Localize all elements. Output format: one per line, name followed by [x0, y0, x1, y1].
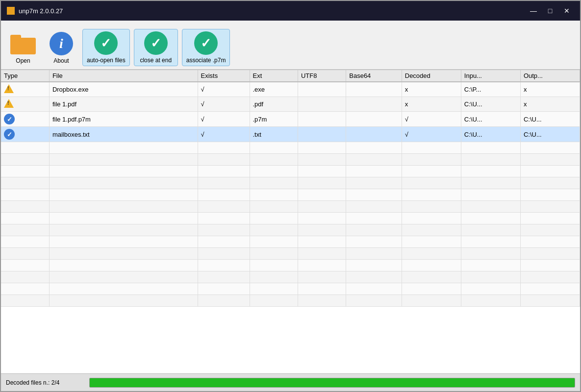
cell-file: file 1.pdf: [49, 97, 198, 112]
cell-exists: √: [198, 127, 250, 142]
table-row[interactable]: ✓file 1.pdf.p7m√.p7m√C:\U...C:\U...: [1, 112, 580, 127]
cell-base64: [346, 82, 402, 97]
info-icon: i: [50, 32, 73, 55]
cell-output: C:\U...: [520, 112, 580, 127]
toolbar: Open i About ✓ auto-open files ✓ close a…: [1, 21, 580, 70]
cell-type: !: [1, 97, 49, 112]
col-header-file: File: [49, 70, 198, 82]
cell-decoded: x: [402, 97, 461, 112]
auto-open-label: auto-open files: [87, 57, 126, 64]
auto-open-toggle[interactable]: ✓ auto-open files: [82, 29, 130, 66]
cell-type: ✓: [1, 112, 49, 127]
warning-icon: !: [4, 99, 14, 108]
open-label: Open: [16, 57, 30, 64]
cell-ext: .txt: [250, 127, 298, 142]
table-row-empty: [1, 224, 580, 236]
close-at-end-toggle[interactable]: ✓ close at end: [134, 29, 178, 66]
progress-bar-fill: [90, 378, 575, 387]
cell-file: file 1.pdf.p7m: [49, 112, 198, 127]
file-table-container[interactable]: Type File Exists Ext UTF8 Base64 Decoded…: [1, 70, 580, 373]
p7m-icon: ✓: [4, 129, 15, 140]
table-row-empty: [1, 295, 580, 307]
table-row-empty: [1, 248, 580, 260]
col-header-input: Inpu...: [461, 70, 520, 82]
statusbar: Decoded files n.: 2/4: [1, 373, 580, 391]
cell-output: x: [520, 82, 580, 97]
cell-base64: [346, 97, 402, 112]
table-row[interactable]: !Dropbox.exe√.exexC:\P...x: [1, 82, 580, 97]
table-row-empty: [1, 154, 580, 166]
col-header-utf8: UTF8: [298, 70, 346, 82]
cell-decoded: √: [402, 127, 461, 142]
cell-input: C:\U...: [461, 127, 520, 142]
table-row-empty: [1, 271, 580, 283]
cell-utf8: [298, 127, 346, 142]
cell-decoded: √: [402, 112, 461, 127]
associate-label: associate .p7m: [186, 57, 226, 64]
file-table: Type File Exists Ext UTF8 Base64 Decoded…: [1, 70, 580, 307]
cell-input: C:\P...: [461, 82, 520, 97]
open-button[interactable]: Open: [6, 32, 40, 66]
cell-ext: .pdf: [250, 97, 298, 112]
cell-utf8: [298, 82, 346, 97]
col-header-ext: Ext: [250, 70, 298, 82]
table-row-empty: [1, 189, 580, 201]
table-row-empty: [1, 142, 580, 154]
table-row[interactable]: ✓mailboxes.txt√.txt√C:\U...C:\U...: [1, 127, 580, 142]
app-icon: [7, 7, 15, 15]
col-header-type: Type: [1, 70, 49, 82]
titlebar-controls: — □ ✕: [526, 5, 574, 17]
progress-bar-container: [89, 378, 575, 388]
col-header-base64: Base64: [346, 70, 402, 82]
check-icon-auto-open: ✓: [94, 31, 118, 55]
cell-output: x: [520, 97, 580, 112]
window-title: unp7m 2.0.0.27: [19, 7, 63, 15]
table-row-empty: [1, 260, 580, 271]
cell-utf8: [298, 97, 346, 112]
cell-utf8: [298, 112, 346, 127]
cell-ext: .p7m: [250, 112, 298, 127]
folder-icon: [10, 34, 36, 55]
table-row-empty: [1, 177, 580, 189]
cell-output: C:\U...: [520, 127, 580, 142]
table-row-empty: [1, 201, 580, 213]
col-header-exists: Exists: [198, 70, 250, 82]
titlebar-left: unp7m 2.0.0.27: [7, 7, 63, 15]
table-row-empty: [1, 236, 580, 248]
cell-exists: √: [198, 97, 250, 112]
close-at-end-label: close at end: [140, 57, 172, 64]
cell-ext: .exe: [250, 82, 298, 97]
table-body: !Dropbox.exe√.exexC:\P...x!file 1.pdf√.p…: [1, 82, 580, 307]
table-row-empty: [1, 166, 580, 177]
cell-exists: √: [198, 112, 250, 127]
p7m-icon: ✓: [4, 114, 15, 124]
table-row[interactable]: !file 1.pdf√.pdfxC:\U...x: [1, 97, 580, 112]
about-label: About: [53, 57, 69, 64]
cell-type: ✓: [1, 127, 49, 142]
col-header-output: Outp...: [520, 70, 580, 82]
table-row-empty: [1, 213, 580, 224]
close-button[interactable]: ✕: [559, 5, 574, 17]
cell-base64: [346, 112, 402, 127]
check-icon-associate: ✓: [194, 31, 218, 55]
cell-file: Dropbox.exe: [49, 82, 198, 97]
cell-exists: √: [198, 82, 250, 97]
associate-toggle[interactable]: ✓ associate .p7m: [182, 29, 230, 66]
col-header-decoded: Decoded: [402, 70, 461, 82]
cell-type: !: [1, 82, 49, 97]
minimize-button[interactable]: —: [526, 5, 541, 17]
cell-base64: [346, 127, 402, 142]
cell-decoded: x: [402, 82, 461, 97]
maximize-button[interactable]: □: [543, 5, 557, 17]
titlebar: unp7m 2.0.0.27 — □ ✕: [1, 1, 580, 21]
table-row-empty: [1, 283, 580, 295]
table-header-row: Type File Exists Ext UTF8 Base64 Decoded…: [1, 70, 580, 82]
check-icon-close-at-end: ✓: [144, 31, 168, 55]
status-text: Decoded files n.: 2/4: [6, 379, 84, 386]
warning-icon: !: [4, 84, 14, 93]
cell-input: C:\U...: [461, 97, 520, 112]
main-window: unp7m 2.0.0.27 — □ ✕ Open i About ✓ auto…: [0, 0, 581, 392]
cell-input: C:\U...: [461, 112, 520, 127]
about-button[interactable]: i About: [44, 30, 78, 66]
cell-file: mailboxes.txt: [49, 127, 198, 142]
